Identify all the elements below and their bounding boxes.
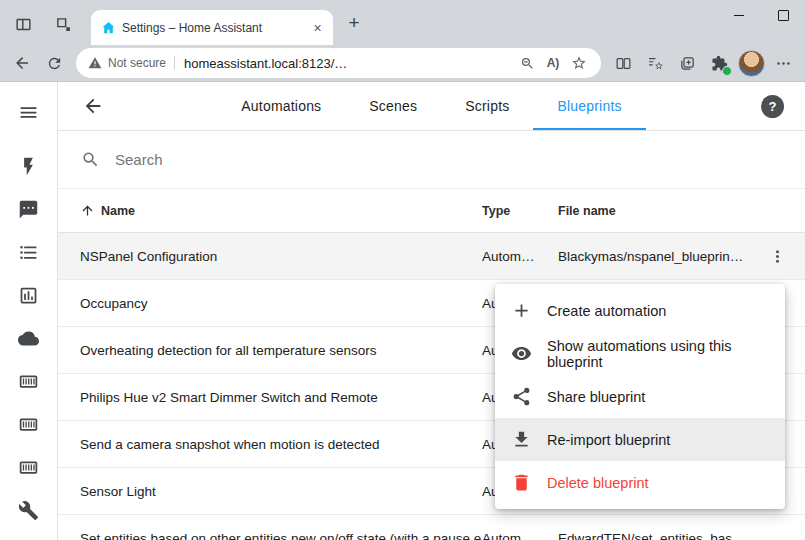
chart-box-icon	[18, 285, 39, 306]
row-name: Set entities based on other entities new…	[80, 531, 482, 540]
column-header-type[interactable]: Type	[482, 204, 558, 218]
workspaces-button[interactable]	[49, 10, 77, 38]
collections-button[interactable]	[671, 48, 703, 78]
url-text: homeassistant.local:8123/…	[184, 56, 514, 71]
profile-avatar	[738, 50, 765, 77]
table-row[interactable]: NSPanel Configuration Autom… Blackymas/n…	[58, 233, 805, 280]
maximize-icon	[778, 10, 789, 21]
row-name: Send a camera snapshot when motion is de…	[80, 437, 482, 452]
row-type: Autom…	[482, 249, 558, 264]
profile-button[interactable]	[735, 48, 767, 78]
row-type: Autom…	[482, 531, 558, 540]
sidebar-item-history[interactable]	[7, 274, 51, 317]
zoom-out-icon	[520, 56, 535, 71]
favorites-star-list-icon	[647, 55, 664, 72]
row-name: Philips Hue v2 Smart Dimmer Switch and R…	[80, 390, 482, 405]
security-label: Not secure	[108, 56, 166, 70]
ha-back-button[interactable]	[75, 88, 111, 124]
menu-item-label: Create automation	[547, 303, 666, 319]
browser-menu-button[interactable]	[767, 48, 799, 78]
hamburger-icon	[18, 102, 39, 123]
ha-tab-bar: Automations Scenes Scripts Blueprints	[58, 82, 805, 130]
extensions-button[interactable]	[703, 48, 735, 78]
sidebar-items	[7, 145, 51, 532]
server-icon	[18, 457, 39, 478]
read-aloud-button[interactable]: A)	[540, 50, 566, 76]
row-name: NSPanel Configuration	[80, 249, 482, 264]
column-header-name[interactable]: Name	[80, 203, 482, 218]
row-overflow-menu-button[interactable]	[768, 247, 787, 266]
browser-toolbar: Not secure homeassistant.local:8123/… A)	[0, 45, 805, 81]
split-screen-icon	[615, 55, 632, 72]
minimize-icon	[734, 15, 744, 16]
tab-strip: Settings – Home Assistant × +	[0, 0, 805, 45]
help-button[interactable]: ?	[761, 95, 784, 118]
zoom-indicator-button[interactable]	[514, 50, 540, 76]
sidebar-menu-button[interactable]	[7, 92, 51, 132]
lightning-icon	[18, 156, 39, 177]
sidebar-item-logbook[interactable]	[7, 231, 51, 274]
tab-blueprints[interactable]: Blueprints	[533, 82, 645, 130]
read-aloud-icon: A)	[547, 56, 560, 70]
tab-actions-button[interactable]	[9, 10, 37, 38]
menu-item-label: Re-import blueprint	[547, 432, 670, 448]
row-context-menu: Create automation Show automations using…	[495, 284, 785, 509]
browser-tab[interactable]: Settings – Home Assistant ×	[91, 10, 333, 45]
arrow-left-icon	[13, 54, 31, 72]
list-icon	[18, 242, 39, 263]
sidebar-item-server-1[interactable]	[7, 360, 51, 403]
menu-item-share-blueprint[interactable]: Share blueprint	[495, 375, 785, 418]
row-file: EdwardTEN/set_entities_bas…	[558, 531, 763, 540]
home-assistant-favicon	[101, 20, 116, 35]
sidebar-item-developer-tools[interactable]	[7, 489, 51, 532]
ha-sidebar	[0, 82, 58, 540]
menu-item-delete-blueprint[interactable]: Delete blueprint	[495, 461, 785, 504]
sidebar-item-server-3[interactable]	[7, 446, 51, 489]
tab-scenes[interactable]: Scenes	[345, 82, 441, 130]
search-input[interactable]	[113, 150, 537, 169]
collections-icon	[679, 55, 696, 72]
delete-icon	[511, 472, 532, 493]
sidebar-item-server-2[interactable]	[7, 403, 51, 446]
chat-icon	[18, 199, 39, 220]
tab-title: Settings – Home Assistant	[122, 21, 303, 35]
table-header: Name Type File name	[58, 188, 805, 233]
minimize-button[interactable]	[717, 0, 761, 31]
search-icon	[81, 150, 100, 169]
ha-header: Automations Scenes Scripts Blueprints ?	[58, 82, 805, 131]
extension-status-badge	[722, 66, 732, 76]
new-tab-button[interactable]: +	[341, 10, 367, 36]
search-row	[58, 131, 805, 188]
column-header-file[interactable]: File name	[558, 204, 763, 218]
url-divider	[174, 56, 175, 70]
menu-item-reimport-blueprint[interactable]: Re-import blueprint	[495, 418, 785, 461]
menu-item-show-automations[interactable]: Show automations using this blueprint	[495, 332, 785, 375]
tab-automations[interactable]: Automations	[217, 82, 345, 130]
sidebar-item-cloud[interactable]	[7, 317, 51, 360]
sidebar-item-energy[interactable]	[7, 145, 51, 188]
share-icon	[511, 386, 532, 407]
workspaces-icon	[55, 16, 72, 33]
column-label-name: Name	[101, 204, 135, 218]
star-icon	[571, 55, 587, 71]
address-bar[interactable]: Not secure homeassistant.local:8123/… A)	[76, 48, 601, 78]
menu-item-label: Share blueprint	[547, 389, 645, 405]
sort-ascending-icon	[80, 203, 95, 218]
tab-close-icon[interactable]: ×	[309, 19, 326, 36]
sidebar-item-assist[interactable]	[7, 188, 51, 231]
table-row[interactable]: Set entities based on other entities new…	[58, 515, 805, 540]
more-horizontal-icon	[775, 55, 792, 72]
window-controls	[717, 0, 805, 31]
menu-item-create-automation[interactable]: Create automation	[495, 289, 785, 332]
refresh-button[interactable]	[38, 48, 70, 78]
menu-item-label: Delete blueprint	[547, 475, 649, 491]
split-screen-button[interactable]	[607, 48, 639, 78]
back-button[interactable]	[6, 48, 38, 78]
menu-item-label: Show automations using this blueprint	[547, 338, 769, 370]
not-secure-warning-icon	[88, 56, 102, 70]
favorites-button[interactable]	[639, 48, 671, 78]
row-name: Overheating detection for all temperatur…	[80, 343, 482, 358]
tab-scripts[interactable]: Scripts	[441, 82, 533, 130]
maximize-button[interactable]	[761, 0, 805, 31]
favorite-button[interactable]	[566, 50, 592, 76]
